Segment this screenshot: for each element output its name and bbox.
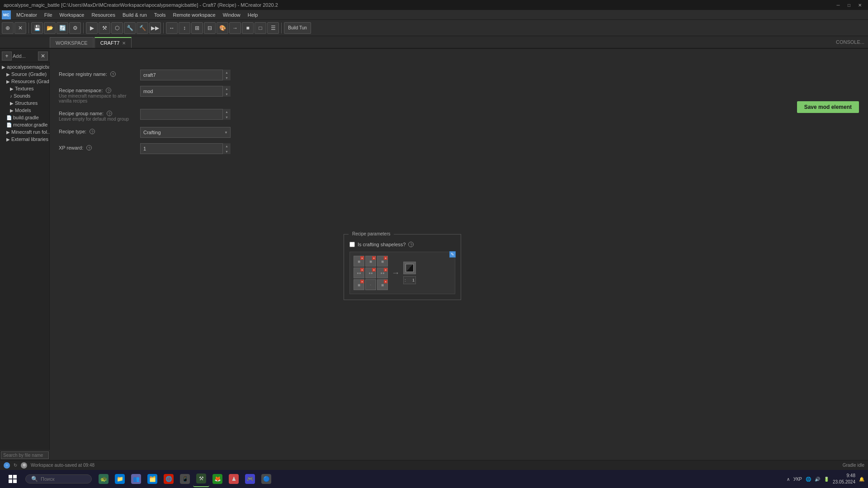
menu-workspace[interactable]: Workspace — [56, 11, 88, 19]
namespace-spin-down[interactable]: ▼ — [223, 91, 231, 97]
taskbar-search-input[interactable] — [41, 476, 86, 482]
toolbar-btn-1[interactable]: ⊕ — [2, 22, 14, 34]
tree-item-build-gradle[interactable]: 📄 build.gradle — [0, 114, 49, 121]
tab-workspace[interactable]: WORKSPACE — [50, 37, 94, 48]
add-element-btn[interactable]: + — [2, 52, 12, 61]
tree-item-models[interactable]: ▶ Models — [0, 107, 49, 114]
toolbar-btn-17[interactable]: 🎨 — [217, 22, 228, 34]
grid-cell-2-2[interactable]: × ■ — [377, 279, 388, 290]
group-name-spin-down[interactable]: ▼ — [223, 114, 231, 120]
grid-cell-0-0[interactable]: × ■ — [354, 256, 364, 267]
tree-item-external[interactable]: ▶ External libraries — [0, 136, 49, 143]
menu-help[interactable]: Help — [244, 11, 262, 19]
taskbar-app-extra1[interactable]: ♟ — [226, 471, 242, 487]
toolbar-btn-21[interactable]: ☰ — [267, 22, 279, 34]
toolbar-btn-3[interactable]: 💾 — [31, 22, 43, 34]
registry-name-help-icon[interactable]: ? — [110, 71, 116, 77]
tree-item-resources[interactable]: ▶ Resources (Grad... — [0, 78, 49, 85]
cell-remove-1-1[interactable]: × — [372, 268, 376, 272]
registry-name-spin-up[interactable]: ▲ — [223, 70, 231, 75]
notification-bell-icon[interactable]: 🔔 — [859, 477, 864, 482]
grid-cell-1-0[interactable]: × ●● — [354, 267, 364, 278]
taskbar-clock[interactable]: 9:48 23.05.2024 — [833, 473, 855, 485]
shapeless-checkbox[interactable] — [349, 242, 355, 247]
tree-item-project[interactable]: ▶ apocalypsemagicba... — [0, 63, 49, 70]
cell-remove-1-0[interactable]: × — [360, 268, 364, 272]
menu-resources[interactable]: Resources — [88, 11, 119, 19]
menu-window[interactable]: Window — [219, 11, 244, 19]
toolbar-btn-16[interactable]: ⊟ — [204, 22, 216, 34]
toolbar-btn-7[interactable]: ▶ — [86, 22, 98, 34]
xp-spin-down[interactable]: ▼ — [223, 149, 231, 154]
close-button[interactable]: ✕ — [855, 1, 864, 9]
taskbar-app-mcreator-active[interactable]: ⚒ — [193, 471, 209, 487]
tree-item-textures[interactable]: ▶ Textures — [0, 85, 49, 92]
keyboard-language-label[interactable]: УКР — [793, 477, 802, 482]
network-icon[interactable]: 🌐 — [806, 477, 811, 482]
taskbar-app-browser[interactable]: 🦊 — [209, 471, 226, 487]
group-name-help-icon[interactable]: ? — [107, 111, 112, 116]
toolbar-btn-9[interactable]: ⬡ — [111, 22, 123, 34]
toolbar-btn-13[interactable]: ↔ — [166, 22, 178, 34]
taskbar-app-extra3[interactable]: 🔵 — [258, 471, 274, 487]
group-name-input[interactable] — [140, 109, 231, 120]
cell-remove-2-2[interactable]: × — [384, 280, 387, 283]
namespace-help-icon[interactable]: ? — [106, 88, 111, 93]
namespace-input[interactable] — [140, 86, 231, 97]
toolbar-btn-5[interactable]: 🔄 — [57, 22, 68, 34]
toolbar-btn-6[interactable]: ⚙ — [69, 22, 81, 34]
tab-craft7[interactable]: CRAFT7 ✕ — [94, 37, 132, 48]
tree-item-minecraft-run[interactable]: ▶ Minecraft run fol... — [0, 128, 49, 136]
toolbar-btn-20[interactable]: □ — [255, 22, 266, 34]
toolbar-btn-15[interactable]: ⊞ — [191, 22, 203, 34]
save-mod-element-button[interactable]: Save mod element — [797, 101, 859, 113]
taskbar-app-explorer[interactable]: 📁 — [112, 471, 128, 487]
build-tun-btn[interactable]: Build Tun — [284, 22, 311, 34]
taskbar-app-turtle[interactable]: 🐢 — [95, 471, 112, 487]
cell-remove-2-0[interactable]: × — [360, 280, 364, 283]
cell-remove-1-2[interactable]: × — [384, 268, 387, 272]
volume-icon[interactable]: 🔊 — [815, 477, 820, 482]
tree-item-structures[interactable]: ▶ Structures — [0, 99, 49, 107]
maximize-button[interactable]: □ — [844, 1, 854, 9]
recipe-type-select[interactable]: Crafting Smelting Blasting Smoking Campf… — [140, 127, 231, 138]
toolbar-btn-8[interactable]: ⚒ — [99, 22, 110, 34]
cell-remove-0-2[interactable]: × — [384, 256, 387, 260]
menu-build-run[interactable]: Build & run — [119, 11, 151, 19]
tree-item-source[interactable]: ▶ Source (Gradle) — [0, 70, 49, 78]
xp-reward-input[interactable] — [140, 143, 231, 154]
grid-cell-2-0[interactable]: × ■ — [354, 279, 364, 290]
grid-cell-0-2[interactable]: × ■ — [377, 256, 388, 267]
toolbar-btn-4[interactable]: 📂 — [44, 22, 56, 34]
grid-cell-2-1[interactable]: · — [365, 279, 376, 290]
registry-name-spin-down[interactable]: ▼ — [223, 75, 231, 80]
taskbar-app-opera[interactable]: 🌐 — [160, 471, 177, 487]
remove-element-btn[interactable]: ✕ — [38, 52, 48, 61]
menu-remote[interactable]: Remote workspace — [169, 11, 219, 19]
grid-cell-1-2[interactable]: × ●● — [377, 267, 388, 278]
tab-close-icon[interactable]: ✕ — [122, 41, 126, 46]
namespace-spin-up[interactable]: ▲ — [223, 86, 231, 91]
sidebar-search-input[interactable] — [1, 451, 49, 459]
menu-mcreator[interactable]: MCreator — [13, 11, 41, 19]
xp-spin-up[interactable]: ▲ — [223, 143, 231, 149]
taskbar-app-phone[interactable]: 📱 — [177, 471, 193, 487]
taskbar-app-files[interactable]: 🗂️ — [144, 471, 160, 487]
tree-item-sounds[interactable]: ♪ Sounds — [0, 92, 49, 99]
shapeless-help-icon[interactable]: ? — [408, 242, 414, 247]
tree-item-mcreator-gradle[interactable]: 📄 mcreator.gradle — [0, 121, 49, 128]
minimize-button[interactable]: ─ — [834, 1, 843, 9]
toolbar-btn-12[interactable]: ▶▶ — [149, 22, 161, 34]
windows-start-button[interactable] — [4, 470, 22, 488]
toolbar-btn-14[interactable]: ↕ — [179, 22, 190, 34]
taskbar-app-teams[interactable]: 👥 — [128, 471, 144, 487]
menu-tools[interactable]: Tools — [151, 11, 170, 19]
taskbar-app-extra2[interactable]: 🎮 — [242, 471, 258, 487]
toolbar-btn-19[interactable]: ■ — [242, 22, 254, 34]
result-item-cell[interactable] — [403, 262, 416, 274]
notification-chevron-icon[interactable]: ∧ — [787, 477, 790, 482]
recipe-type-help-icon[interactable]: ? — [90, 129, 95, 134]
toolbar-btn-10[interactable]: 🔧 — [124, 22, 136, 34]
cell-remove-0-1[interactable]: × — [372, 256, 376, 260]
toolbar-btn-18[interactable]: → — [229, 22, 241, 34]
